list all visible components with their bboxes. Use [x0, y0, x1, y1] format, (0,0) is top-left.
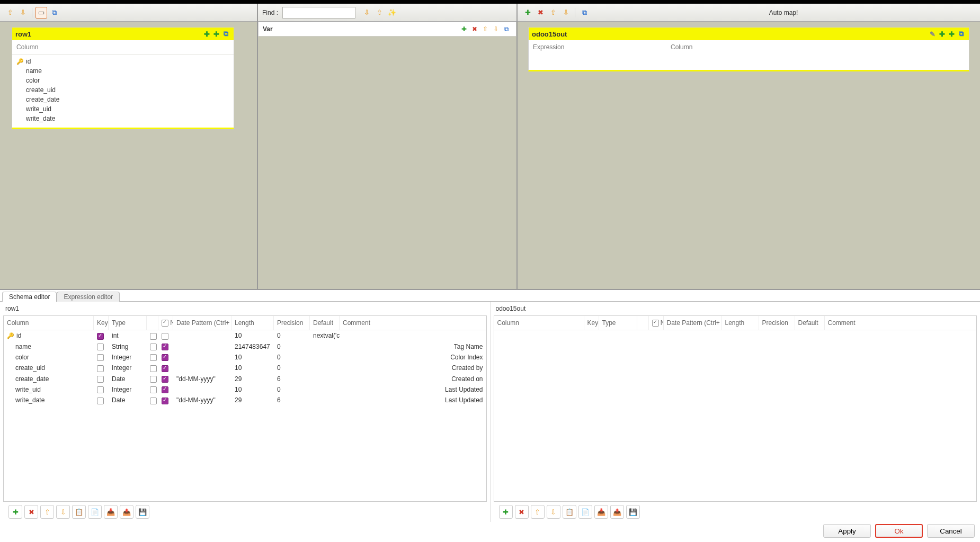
grid-cell[interactable] [158, 395, 173, 405]
grid-cell[interactable] [94, 395, 109, 405]
move-up-icon[interactable]: ⇧ [4, 7, 16, 19]
grid-cell[interactable]: 6 [274, 395, 310, 405]
grid-cell[interactable]: 0 [274, 341, 310, 352]
grid-cell[interactable]: 29 [231, 395, 274, 405]
grid-cell[interactable] [173, 384, 231, 395]
grid-cell[interactable]: 0 [274, 352, 310, 363]
grid-cell[interactable] [173, 363, 231, 373]
grid-header[interactable] [637, 316, 649, 330]
grid-cell[interactable] [310, 384, 340, 395]
grid-cell[interactable]: write_uid [4, 384, 94, 395]
delete-icon[interactable]: ✖ [24, 505, 38, 519]
highlight-icon[interactable]: ✨ [386, 7, 398, 19]
add-star-icon[interactable]: ✚ [211, 30, 221, 38]
grid-cell[interactable] [94, 341, 109, 352]
grid-header[interactable]: Length [231, 316, 274, 330]
grid-cell[interactable] [147, 330, 158, 341]
grid-cell[interactable] [173, 330, 231, 341]
grid-cell[interactable]: Color Index [340, 352, 486, 363]
move-down-icon[interactable]: ⇩ [56, 505, 70, 519]
grid-cell[interactable] [147, 395, 158, 405]
column-item[interactable]: write_date [12, 114, 234, 123]
grid-cell[interactable]: int [109, 330, 147, 341]
column-item[interactable]: color [12, 76, 234, 85]
add-icon[interactable]: ✚ [202, 30, 211, 38]
grid-cell[interactable] [94, 352, 109, 363]
grid-header[interactable]: Comment [340, 316, 486, 330]
grid-header[interactable]: Date Pattern (Ctrl+ [173, 316, 231, 330]
find-input[interactable] [282, 7, 355, 19]
grid-header[interactable]: Type [109, 316, 147, 330]
grid-cell[interactable] [158, 374, 173, 384]
copy-icon[interactable]: 📋 [563, 505, 576, 519]
grid-header[interactable]: Default [795, 316, 825, 330]
grid-cell[interactable]: 2147483647 [231, 341, 274, 352]
grid-cell[interactable]: 10 [231, 384, 274, 395]
ok-button[interactable]: Ok [875, 524, 923, 538]
grid-cell[interactable]: 6 [274, 374, 310, 384]
grid-cell[interactable] [173, 352, 231, 363]
delete-icon[interactable]: ✖ [469, 25, 480, 33]
grid-header[interactable]: Length [722, 316, 759, 330]
grid-cell[interactable]: 0 [274, 363, 310, 373]
grid-header[interactable]: Null [649, 316, 664, 330]
grid-cell[interactable] [94, 363, 109, 373]
grid-cell[interactable]: nextval('c [310, 330, 340, 341]
grid-cell[interactable]: Tag Name [340, 341, 486, 352]
move-down-icon[interactable]: ⇩ [547, 505, 560, 519]
grid-header[interactable]: Precision [759, 316, 795, 330]
grid-cell[interactable] [147, 384, 158, 395]
grid-cell[interactable]: String [109, 341, 147, 352]
paste-icon[interactable]: 📄 [578, 505, 592, 519]
grid-cell[interactable] [94, 384, 109, 395]
grid-cell[interactable]: create_uid [4, 363, 94, 373]
grid-cell[interactable] [147, 352, 158, 363]
add-icon[interactable]: ✚ [8, 505, 22, 519]
import-icon[interactable]: 📥 [594, 505, 608, 519]
auto-map-button[interactable]: Auto map! [591, 9, 976, 16]
grid-cell[interactable]: Last Updated [340, 384, 486, 395]
grid-cell[interactable]: 10 [231, 363, 274, 373]
grid-cell[interactable] [310, 374, 340, 384]
move-up-icon[interactable]: ⇧ [40, 505, 54, 519]
grid-cell[interactable]: 0 [274, 384, 310, 395]
move-down-icon[interactable]: ⇩ [560, 7, 572, 19]
grid-cell[interactable]: 🔑id [4, 330, 94, 341]
grid-cell[interactable] [158, 363, 173, 373]
grid-cell[interactable] [94, 330, 109, 341]
minimize-icon[interactable]: ⧉ [578, 7, 590, 19]
export-icon[interactable]: 📤 [610, 505, 624, 519]
grid-header[interactable]: Date Pattern (Ctrl+ [664, 316, 722, 330]
grid-cell[interactable] [158, 352, 173, 363]
grid-cell[interactable]: 10 [231, 330, 274, 341]
grid-cell[interactable]: Created by [340, 363, 486, 373]
grid-header[interactable]: Key [584, 316, 599, 330]
column-item[interactable]: create_uid [12, 85, 234, 95]
add-icon[interactable]: ✚ [937, 30, 947, 38]
grid-cell[interactable]: "dd-MM-yyyy" [173, 374, 231, 384]
find-prev-icon[interactable]: ⇧ [373, 7, 385, 19]
grid-cell[interactable]: 10 [231, 352, 274, 363]
grid-cell[interactable] [147, 374, 158, 384]
apply-button[interactable]: Apply [823, 524, 871, 538]
layout-toggle-icon[interactable]: ▭ [35, 7, 47, 19]
grid-header[interactable]: Precision [274, 316, 310, 330]
column-item[interactable]: name [12, 66, 234, 76]
paste-icon[interactable]: 📄 [88, 505, 102, 519]
grid-cell[interactable]: Integer [109, 384, 147, 395]
grid-cell[interactable] [310, 363, 340, 373]
grid-cell[interactable] [147, 363, 158, 373]
column-item[interactable]: write_uid [12, 104, 234, 114]
grid-cell[interactable]: Created on [340, 374, 486, 384]
edit-icon[interactable]: ✎ [928, 30, 937, 38]
grid-cell[interactable] [310, 341, 340, 352]
add-star-icon[interactable]: ✚ [947, 30, 956, 38]
grid-cell[interactable]: 29 [231, 374, 274, 384]
grid-cell[interactable] [94, 374, 109, 384]
minimize-icon[interactable]: ⧉ [501, 25, 512, 33]
minimize-icon[interactable]: ⧉ [956, 30, 966, 38]
add-icon[interactable]: ✚ [459, 25, 469, 33]
find-next-icon[interactable]: ⇩ [361, 7, 372, 19]
grid-cell[interactable]: "dd-MM-yyyy" [173, 395, 231, 405]
grid-cell[interactable]: Last Updated [340, 395, 486, 405]
